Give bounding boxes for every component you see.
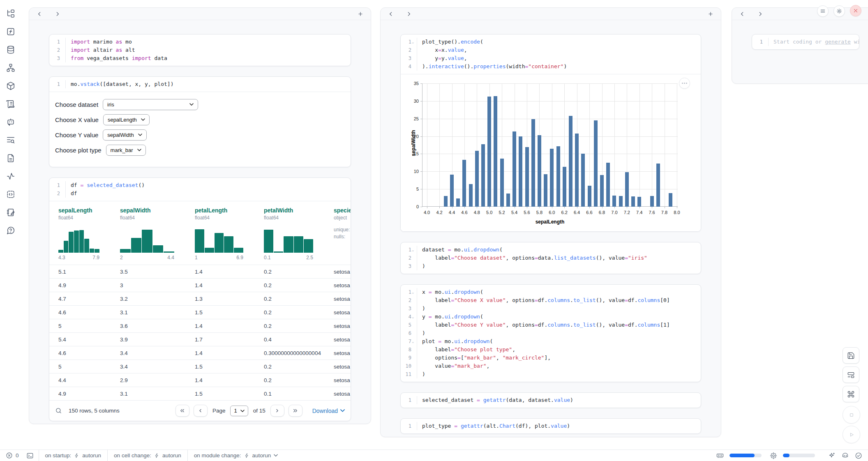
dependency-graph-icon[interactable] (5, 62, 17, 74)
chart-bar (550, 149, 554, 207)
settings-button[interactable] (833, 5, 845, 17)
chart-bar (519, 136, 522, 207)
chart-bar (619, 196, 623, 207)
code-editor[interactable]: 1⌄plot_type = getattr(alt.Chart(df), plo… (401, 419, 701, 433)
table-cell: 3.2 (111, 292, 186, 305)
dataset-dropdown[interactable]: iris (103, 99, 198, 110)
table-search-button[interactable] (55, 407, 62, 414)
column-name[interactable]: sepalWidth (120, 207, 186, 214)
run-all-button[interactable] (843, 426, 860, 443)
scratchpad-icon[interactable] (5, 206, 17, 219)
panel2-next-column-button[interactable] (404, 9, 413, 18)
copilot-button[interactable] (841, 452, 849, 459)
code-editor[interactable]: 1⌄mo.vstack([dataset, x, y, plot]) (49, 77, 351, 92)
runtime-config-0[interactable]: on startup:autorun (39, 450, 108, 461)
logs-search-icon[interactable] (5, 134, 17, 146)
altair-bar-chart[interactable]: 051015202530354.04.24.44.64.85.05.25.45.… (422, 83, 678, 207)
fold-chevron-icon[interactable]: ⌄ (412, 246, 416, 254)
code-editor[interactable]: 1⌄dataset = mo.ui.dropdown(2⌄ label="Cho… (401, 242, 701, 274)
scroll-icon[interactable] (5, 98, 17, 110)
fold-chevron-icon[interactable]: ⌄ (412, 313, 416, 321)
chart-menu-button[interactable] (679, 78, 690, 89)
database-icon[interactable] (5, 44, 17, 56)
column-name[interactable]: petalWidth (264, 207, 325, 214)
code-editor[interactable]: 1⌄plot_type().encode(2⌄ x=x.value,3⌄ y=y… (401, 35, 701, 74)
error-indicator[interactable]: 0 (5, 450, 21, 461)
line-number: 6⌄ (401, 329, 417, 337)
download-button[interactable]: Download (312, 408, 345, 414)
fold-chevron-icon[interactable]: ⌄ (412, 337, 416, 346)
hist-max: 6.9 (236, 255, 243, 260)
table-cell: 4.6 (49, 346, 111, 360)
chart-x-axis-title: sepalLength (422, 219, 678, 225)
notebook-menu-button[interactable] (817, 5, 829, 17)
code-snippet-icon[interactable] (5, 188, 17, 201)
code-editor-placeholder[interactable]: 1⌄ Start coding or generate with (752, 35, 859, 49)
document-icon[interactable] (5, 152, 17, 164)
hist-max: 4.4 (167, 255, 174, 260)
function-square-icon[interactable] (5, 25, 17, 38)
x-value-dropdown[interactable]: sepalLength (103, 114, 150, 125)
column-name[interactable]: petalLength (195, 207, 255, 214)
panel3-next-column-button[interactable] (756, 9, 765, 18)
table-cell: 5 (49, 319, 111, 332)
table-cell: 4.7 (49, 292, 111, 305)
column-name[interactable]: sepalLength (58, 207, 111, 214)
panel1-add-cell-button[interactable] (356, 9, 365, 18)
page-select[interactable]: 1 (230, 406, 248, 416)
activity-icon[interactable] (5, 170, 17, 182)
panel1-prev-column-button[interactable] (35, 9, 44, 18)
chart-bar (650, 196, 654, 207)
line-number: 1⌄ (401, 246, 417, 254)
code-editor[interactable]: 1⌄x = mo.ui.dropdown(2⌄ label="Choose X … (401, 285, 701, 382)
last-page-button[interactable] (289, 405, 302, 417)
save-button[interactable] (843, 347, 859, 364)
config-label: on cell change: (114, 452, 151, 459)
code-editor[interactable]: 1⌄df = selected_dataset()2⌄df (49, 178, 351, 201)
table-cell: 0.30000000000000004 (255, 346, 325, 360)
cpu-usage-meter (783, 454, 815, 457)
terminal-button[interactable] (21, 450, 39, 461)
ai-assist-button[interactable] (828, 452, 836, 459)
code-cell-vstack: 1⌄mo.vstack([dataset, x, y, plot]) Choos… (49, 76, 351, 167)
prev-page-button[interactable] (194, 405, 208, 417)
panel2-add-cell-button[interactable] (706, 9, 715, 18)
keyboard-shortcuts-button[interactable] (843, 386, 859, 402)
column-name[interactable]: species (334, 207, 351, 214)
config-label: on startup: (45, 452, 72, 459)
close-button[interactable] (850, 5, 861, 16)
fold-chevron-icon[interactable]: ⌄ (412, 288, 416, 296)
dataframe-table: sepalLengthfloat644.37.9sepalWidthfloat6… (49, 201, 351, 400)
first-page-button[interactable] (175, 405, 189, 417)
table-footer: 150 rows, 5 columns Page 1 of 15 Downloa… (49, 400, 351, 421)
package-icon[interactable] (5, 80, 17, 92)
help-chat-icon[interactable] (5, 224, 17, 237)
chart-bar (494, 96, 497, 207)
stop-all-button[interactable] (843, 406, 860, 424)
code-editor[interactable]: 1⌄import marimo as mo2⌄import altair as … (49, 35, 351, 66)
table-cell: 3.1 (111, 387, 186, 400)
panel3-prev-column-button[interactable] (738, 9, 747, 18)
runtime-config-1[interactable]: on cell change:autorun (108, 450, 187, 461)
y-value-dropdown[interactable]: sepalWidth (103, 129, 146, 141)
fold-chevron-icon[interactable]: ⌄ (412, 38, 416, 46)
file-tree-icon[interactable] (5, 7, 17, 20)
plot-type-dropdown[interactable]: mark_bar (106, 145, 146, 156)
connection-status-button[interactable] (855, 452, 862, 459)
code-editor[interactable]: 1⌄selected_dataset = getattr(data, datas… (401, 393, 701, 408)
bot-chat-icon[interactable] (5, 116, 17, 128)
column-histogram (195, 226, 243, 253)
notebook-column-3: 1⌄ Start coding or generate with (732, 7, 868, 84)
table-cell: 5 (49, 360, 111, 373)
table-row: 4.63.11.50.2setosa (49, 305, 351, 319)
layout-toggle-button[interactable] (843, 366, 859, 383)
table-cell: 1.3 (186, 292, 255, 305)
panel1-next-column-button[interactable] (53, 9, 62, 18)
table-cell: 0.2 (255, 279, 325, 292)
runtime-config-2[interactable]: on module change:autorun (188, 450, 284, 461)
control-row: Choose plot typemark_bar (55, 144, 345, 156)
chart-bar (487, 97, 491, 207)
generate-with-ai-link[interactable]: generate (825, 39, 851, 45)
panel2-prev-column-button[interactable] (386, 9, 395, 18)
next-page-button[interactable] (270, 405, 284, 417)
